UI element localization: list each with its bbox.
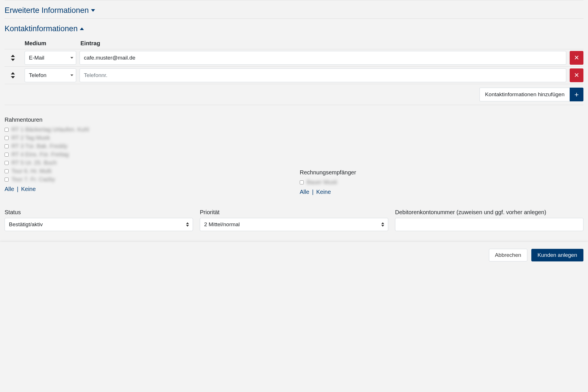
contact-header-row: Medium Eintrag	[5, 38, 583, 49]
chevron-down-icon	[70, 74, 73, 76]
tours-list: RT 1 Bäckertag Urlaufen. Kuhl RT 2 Tag M…	[5, 125, 288, 184]
delete-row-button[interactable]: ✕	[570, 51, 583, 65]
extended-info-title: Erweiterte Informationen	[5, 6, 89, 15]
invoice-recipient-label: Rechnungsempfänger	[300, 169, 583, 176]
separator: |	[16, 186, 19, 192]
list-item: RT 4 Eins. Für. Freitag	[5, 150, 288, 159]
list-item: Tour 6. Hr. Multi	[5, 167, 288, 175]
list-item: RT 2 Tag Muek	[5, 134, 288, 142]
tour-name: Tour 7. Fr. Cazby	[11, 176, 55, 183]
footer-bar: Abbrechen Kunden anlegen	[0, 242, 588, 268]
header-medium: Medium	[25, 40, 80, 47]
svg-marker-2	[11, 72, 15, 74]
sort-icon	[11, 72, 15, 78]
svg-marker-1	[11, 59, 15, 61]
tour-name: RT 1 Bäckertag Urlaufen. Kuhl	[11, 126, 89, 133]
invoice-recipient-list: Bauer Musti	[300, 178, 583, 186]
status-value: Bestätigt/aktiv	[9, 221, 43, 228]
recipient-select-all-link[interactable]: Alle	[300, 189, 309, 195]
list-item: Bauer Musti	[300, 178, 583, 186]
status-select[interactable]: Bestätigt/aktiv	[5, 218, 193, 231]
select-sort-icon	[381, 222, 384, 227]
tour-name: Tour 6. Hr. Multi	[11, 168, 52, 174]
contact-row: E-Mail ✕	[5, 49, 583, 66]
debitor-input[interactable]	[395, 218, 583, 231]
caret-down-icon	[91, 9, 95, 12]
close-icon: ✕	[574, 72, 579, 79]
tour-checkbox[interactable]	[5, 144, 9, 148]
sort-handle[interactable]	[5, 55, 21, 61]
sort-icon	[11, 55, 15, 61]
medium-value: Telefon	[29, 72, 46, 78]
tour-name: RT 5 Ur. 25. Buch	[11, 159, 57, 166]
caret-up-icon	[80, 27, 84, 30]
svg-marker-3	[11, 76, 15, 78]
contact-info-section-header[interactable]: Kontaktinformationen	[5, 19, 583, 37]
status-label: Status	[5, 209, 193, 216]
plus-icon: +	[574, 90, 579, 99]
add-contact-label: Kontaktinformationen hinzufügen	[480, 88, 570, 101]
medium-select[interactable]: E-Mail	[25, 51, 76, 65]
contact-table: Medium Eintrag E-Mail ✕	[5, 38, 583, 105]
tours-select-none-link[interactable]: Keine	[21, 186, 36, 192]
sort-handle[interactable]	[5, 72, 21, 78]
list-item: Tour 7. Fr. Cazby	[5, 175, 288, 184]
tour-checkbox[interactable]	[5, 153, 9, 157]
extended-info-section-header[interactable]: Erweiterte Informationen	[5, 0, 583, 18]
recipient-select-links: Alle | Keine	[300, 189, 583, 195]
priority-value: 2 Mittel/normal	[204, 221, 240, 228]
list-item: RT 3 Tür. Bak. Freddy	[5, 142, 288, 150]
tour-checkbox[interactable]	[5, 178, 9, 182]
svg-marker-0	[11, 55, 15, 57]
chevron-down-icon	[70, 57, 73, 59]
create-customer-button[interactable]: Kunden anlegen	[531, 249, 583, 261]
priority-label: Priorität	[200, 209, 388, 216]
recipient-checkbox[interactable]	[300, 180, 304, 184]
tour-checkbox[interactable]	[5, 128, 9, 132]
priority-select[interactable]: 2 Mittel/normal	[200, 218, 388, 231]
tour-name: RT 4 Eins. Für. Freitag	[11, 151, 69, 158]
tours-select-links: Alle | Keine	[5, 186, 288, 192]
entry-input[interactable]	[80, 68, 566, 82]
cancel-button[interactable]: Abbrechen	[489, 249, 527, 261]
tour-checkbox[interactable]	[5, 161, 9, 165]
medium-value: E-Mail	[29, 55, 44, 61]
tour-name: RT 3 Tür. Bak. Freddy	[11, 143, 68, 149]
tour-name: RT 2 Tag Muek	[11, 135, 50, 141]
separator: |	[311, 189, 315, 195]
add-contact-row: Kontaktinformationen hinzufügen +	[5, 84, 583, 105]
contact-row: Telefon ✕	[5, 66, 583, 84]
list-item: RT 1 Bäckertag Urlaufen. Kuhl	[5, 125, 288, 134]
debitor-label: Debitorenkontonummer (zuweisen und ggf. …	[395, 209, 583, 216]
medium-select[interactable]: Telefon	[25, 68, 76, 82]
contact-info-title: Kontaktinformationen	[5, 24, 78, 33]
add-contact-button[interactable]: +	[570, 88, 583, 101]
list-item: RT 5 Ur. 25. Buch	[5, 159, 288, 167]
select-sort-icon	[186, 222, 189, 227]
recipient-name: Bauer Musti	[307, 179, 337, 186]
header-entry: Eintrag	[80, 40, 566, 47]
tour-checkbox[interactable]	[5, 136, 9, 140]
tours-label: Rahmentouren	[5, 117, 288, 123]
tour-checkbox[interactable]	[5, 169, 9, 173]
delete-row-button[interactable]: ✕	[570, 68, 583, 82]
tours-select-all-link[interactable]: Alle	[5, 186, 14, 192]
recipient-select-none-link[interactable]: Keine	[316, 189, 331, 195]
entry-input[interactable]	[80, 51, 566, 65]
close-icon: ✕	[574, 54, 579, 62]
